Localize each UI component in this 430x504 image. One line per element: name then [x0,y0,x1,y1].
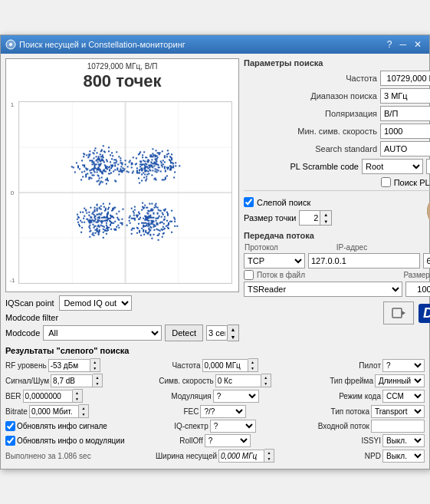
protocol-combo[interactable]: TCP UDP [244,253,305,268]
point-size-input[interactable] [299,210,320,226]
blind-checkbox[interactable] [244,197,254,207]
bitrate-down[interactable]: ▼ [79,411,88,417]
ber-up[interactable]: ▲ [73,390,82,396]
blind-left: Слепой поиск Размер точки ▲ ▼ [244,194,332,228]
pl-scramble-row: PL Scramble code Root Gold ▲ ▼ [244,159,430,174]
freq-col: Частота ▲ ▼ [146,358,284,372]
tsreader-combo[interactable]: TSReader [244,282,402,297]
results-row-3: BER ▲ ▼ Модуляция ? Режим кода CCM [5,389,425,403]
rolloff-combo[interactable]: ? [205,434,251,447]
sym-up[interactable]: ▲ [261,374,271,380]
frequency-row: Частота ▲ ▼ [244,71,430,86]
modulation-col: Модуляция ? [146,390,284,403]
detect-sec-up[interactable]: ▲ [228,325,238,333]
ber-label: BER [5,392,21,400]
iqscan-combo[interactable]: Demod IQ out ADC IQ out [59,295,132,311]
detect-seconds-spinbox: ▲ ▼ [206,324,239,341]
mode-col: Режим кода CCM ACM [287,390,425,403]
npd-col: NPD Выкл. Вкл. [287,450,425,463]
ber-col: BER ▲ ▼ [5,389,143,403]
detect-button[interactable]: Detect [165,324,203,341]
ip-input[interactable] [308,253,420,268]
results-title: Результаты "слепого" поиска [5,346,425,355]
stream-type-label: Тип потока [331,407,369,416]
sym-value: ▲ ▼ [215,374,271,387]
npd-combo[interactable]: Выкл. Вкл. [382,450,425,463]
update-modulation-checkbox[interactable] [5,436,15,446]
freq-up[interactable]: ▲ [248,359,258,365]
detect-seconds-arrows: ▲ ▼ [228,324,239,341]
polarization-label: Поляризация [325,109,377,118]
range-combo[interactable]: 3 МГц 1 МГц 5 МГц 10 МГц [380,88,430,104]
rf-label: RF уровень [5,361,47,370]
modcode-combo[interactable]: All [43,325,162,341]
min-sym-combo[interactable]: 1000 [380,124,430,139]
snr-spin: ▲ ▼ [93,374,103,387]
stream-type-combo[interactable]: Transport Generic [371,405,425,418]
minimize-button[interactable]: ─ [396,38,409,51]
protocol-col-header: Протокол [244,243,279,252]
frequency-input[interactable] [380,71,430,86]
issy-label: ISSYI [361,436,381,445]
fec-combo[interactable]: ?/? [200,405,246,418]
npd-label: NPD [365,452,381,460]
modulation-combo[interactable]: ? [213,390,259,403]
ber-spin: ▲ ▼ [73,389,83,403]
rf-down[interactable]: ▼ [90,365,100,371]
left-panel: 10729,000 МГц, В/П 800 точек 1 0 -1 IQSc… [5,58,239,341]
pls-checkbox[interactable] [381,177,391,187]
pl-scramble-combo1[interactable]: Root Gold [362,159,423,174]
close-button[interactable]: ✕ [411,38,425,51]
point-size-label: Размер точки [244,213,296,222]
app-icon [5,39,16,50]
input-col: Входной поток [287,420,425,433]
sym-down[interactable]: ▼ [261,380,271,387]
done-text: Выполнено за 1.086 sec [5,452,91,460]
buffer-input[interactable] [405,282,430,297]
polarization-row: Поляризация В/П Г/Л [244,106,430,121]
freq-down[interactable]: ▼ [248,365,258,371]
snr-input [51,374,93,387]
mode-label: Режим кода [339,392,381,400]
pilot-combo[interactable]: ? [382,359,425,372]
file-checkbox[interactable] [244,270,254,280]
point-size-row: Размер точки ▲ ▼ [244,210,332,226]
sym-label: Симв. скорость [159,377,214,385]
freq-label: Частота [172,361,200,370]
pl-scramble-input[interactable] [426,159,430,174]
point-size-down[interactable]: ▼ [320,218,331,225]
svg-point-1 [9,43,12,46]
search-standard-combo[interactable]: AUTO DVB-S DVB-S2 [380,141,430,156]
record-button[interactable] [383,301,414,324]
mode-combo[interactable]: CCM ACM [382,390,425,403]
iq-label: IQ-спектр [174,422,208,430]
detect-seconds-input[interactable] [206,325,228,341]
snr-down[interactable]: ▼ [93,380,102,387]
rf-up[interactable]: ▲ [90,359,100,365]
frame-combo[interactable]: Длинный Короткий [375,374,425,387]
polarization-combo[interactable]: В/П Г/Л [380,106,430,121]
dvb-area: DVB [244,301,430,324]
carrier-down[interactable]: ▼ [264,456,274,462]
bitrate-up[interactable]: ▲ [79,405,88,411]
ber-down[interactable]: ▼ [73,396,82,402]
input-input [371,420,425,433]
carrier-up[interactable]: ▲ [264,450,274,456]
svg-rect-2 [427,195,430,227]
tsreader-row: TSReader ▲ ▼ [244,282,430,297]
window-title: Поиск несущей и Constellation-мониторинг [19,40,185,49]
range-label: Диапазон поиска [310,91,377,100]
detect-sec-down[interactable]: ▼ [228,333,238,341]
port-input[interactable] [423,253,430,268]
pilot-col: Пилот ? [287,359,425,372]
point-size-up[interactable]: ▲ [320,211,331,218]
snr-up[interactable]: ▲ [93,374,102,380]
modcode-filter-row: Modcode filter [5,313,239,322]
help-button[interactable]: ? [384,38,396,51]
update-signal-checkbox[interactable] [5,421,15,431]
file-checkbox-label: Поток в файл [257,271,305,279]
modcode-label: Modcode [5,328,40,338]
iq-combo[interactable]: ? [210,420,256,433]
issy-combo[interactable]: Выкл. Вкл. [382,434,425,447]
stream-inputs-row: TCP UDP ▲ ▼ [244,253,430,268]
